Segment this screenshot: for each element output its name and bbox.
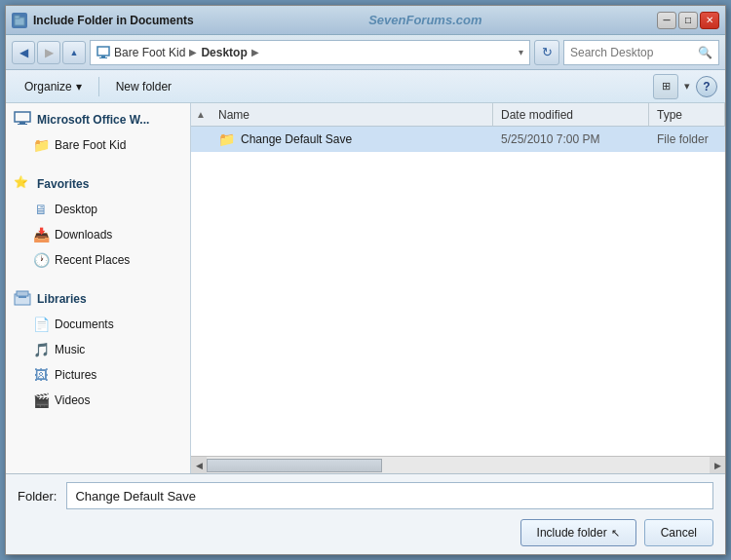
help-button[interactable]: ? bbox=[696, 76, 717, 97]
scroll-thumb[interactable] bbox=[207, 459, 382, 472]
back-button[interactable]: ◀ bbox=[12, 41, 35, 64]
file-folder-icon: 📁 bbox=[218, 131, 235, 147]
folder-label: Folder: bbox=[18, 489, 57, 504]
file-type-cell: File folder bbox=[649, 127, 725, 152]
svg-rect-9 bbox=[17, 291, 28, 296]
nav-buttons: ◀ ▶ ▲ bbox=[12, 41, 86, 64]
favorites-section: ⭐ Favorites 🖥 Desktop 📥 Downloads 🕐 Rece… bbox=[6, 168, 190, 277]
addressbar: ◀ ▶ ▲ Bare Foot Kid ▶ Desktop ▶ ▾ ↻ 🔍 bbox=[6, 35, 725, 70]
svg-rect-10 bbox=[19, 296, 26, 298]
dialog-title: Include Folder in Documents bbox=[33, 14, 194, 27]
nav-item-documents[interactable]: 📄 Documents bbox=[6, 312, 190, 337]
computer-label: Microsoft Office W... bbox=[37, 113, 149, 127]
search-box[interactable]: 🔍 bbox=[563, 40, 719, 65]
col-header-date[interactable]: Date modified bbox=[493, 103, 649, 126]
pictures-icon: 🖼 bbox=[33, 367, 49, 383]
main-area: Microsoft Office W... 📁 Bare Foot Kid ⭐ … bbox=[6, 103, 725, 473]
folder-row: Folder: bbox=[18, 482, 713, 509]
folder-icon: 📁 bbox=[33, 137, 49, 153]
address-part1: Bare Foot Kid bbox=[114, 46, 185, 59]
address-dropdown-arrow[interactable]: ▾ bbox=[519, 47, 523, 57]
column-headers: ▲ Name Date modified Type bbox=[191, 103, 725, 127]
recent-places-icon: 🕐 bbox=[33, 252, 49, 268]
address-box[interactable]: Bare Foot Kid ▶ Desktop ▶ ▾ bbox=[90, 40, 530, 65]
right-panel: ▲ Name Date modified Type 📁 Change Def bbox=[191, 103, 725, 473]
organize-button[interactable]: Organize ▾ bbox=[14, 74, 93, 99]
favorites-header[interactable]: ⭐ Favorites bbox=[6, 171, 190, 197]
documents-icon: 📄 bbox=[33, 317, 49, 332]
view-dropdown-arrow[interactable]: ▾ bbox=[684, 80, 690, 93]
computer-icon bbox=[96, 46, 110, 59]
libraries-icon bbox=[14, 290, 31, 308]
computer-section: Microsoft Office W... 📁 Bare Foot Kid bbox=[6, 103, 190, 162]
nav-item-desktop[interactable]: 🖥 Desktop bbox=[6, 197, 190, 222]
downloads-icon: 📥 bbox=[33, 227, 49, 243]
new-folder-button[interactable]: New folder bbox=[105, 74, 182, 99]
svg-rect-5 bbox=[15, 112, 30, 122]
file-list: 📁 Change Default Save 5/25/2010 7:00 PM … bbox=[191, 127, 725, 456]
table-row[interactable]: 📁 Change Default Save 5/25/2010 7:00 PM … bbox=[191, 127, 725, 152]
col-header-name[interactable]: Name bbox=[211, 103, 493, 126]
file-date-cell: 5/25/2010 7:00 PM bbox=[493, 127, 649, 152]
minimize-button[interactable]: ─ bbox=[657, 12, 676, 29]
libraries-header[interactable]: Libraries bbox=[6, 286, 190, 312]
include-folder-button[interactable]: Include folder ↖ bbox=[520, 519, 636, 546]
desktop-icon: 🖥 bbox=[33, 202, 49, 217]
computer-header[interactable]: Microsoft Office W... bbox=[6, 107, 190, 132]
action-row: Include folder ↖ Cancel bbox=[18, 519, 713, 546]
forward-button[interactable]: ▶ bbox=[37, 41, 60, 64]
toolbar: Organize ▾ New folder ⊞ ▾ ? bbox=[6, 70, 725, 103]
refresh-button[interactable]: ↻ bbox=[534, 40, 559, 65]
close-button[interactable]: ✕ bbox=[700, 12, 719, 29]
cursor-icon: ↖ bbox=[611, 527, 620, 540]
nav-item-pictures[interactable]: 🖼 Pictures bbox=[6, 362, 190, 388]
nav-item-downloads[interactable]: 📥 Downloads bbox=[6, 222, 190, 247]
search-input[interactable] bbox=[570, 46, 694, 59]
svg-rect-6 bbox=[19, 122, 25, 124]
up-button[interactable]: ▲ bbox=[62, 41, 86, 64]
address-part2: Desktop bbox=[201, 46, 247, 59]
file-name-cell: 📁 Change Default Save bbox=[211, 127, 493, 152]
toolbar-right: ⊞ ▾ ? bbox=[653, 74, 717, 99]
nav-item-barefoot[interactable]: 📁 Bare Foot Kid bbox=[6, 132, 190, 158]
svg-rect-1 bbox=[15, 16, 19, 19]
favorites-icon: ⭐ bbox=[14, 175, 31, 193]
col-header-type[interactable]: Type bbox=[649, 103, 725, 126]
left-panel: Microsoft Office W... 📁 Bare Foot Kid ⭐ … bbox=[6, 103, 191, 473]
sort-up-arrow[interactable]: ▲ bbox=[191, 109, 211, 120]
scroll-right-button[interactable]: ▶ bbox=[710, 457, 725, 474]
search-icon[interactable]: 🔍 bbox=[698, 46, 712, 59]
libraries-section: Libraries 📄 Documents 🎵 Music 🖼 Pictures… bbox=[6, 282, 190, 417]
titlebar-left: Include Folder in Documents bbox=[12, 13, 194, 28]
videos-icon: 🎬 bbox=[33, 392, 49, 408]
computer-icon bbox=[14, 111, 31, 129]
toolbar-separator bbox=[98, 77, 99, 96]
svg-rect-4 bbox=[99, 57, 107, 58]
scroll-left-button[interactable]: ◀ bbox=[191, 457, 207, 474]
svg-rect-3 bbox=[101, 56, 105, 57]
nav-item-music[interactable]: 🎵 Music bbox=[6, 337, 190, 362]
bottom-bar: Folder: Include folder ↖ Cancel bbox=[6, 473, 725, 554]
horizontal-scrollbar[interactable]: ◀ ▶ bbox=[191, 456, 725, 473]
dialog-window: Include Folder in Documents SevenForums.… bbox=[5, 5, 726, 555]
folder-input[interactable] bbox=[66, 482, 713, 509]
nav-item-recent[interactable]: 🕐 Recent Places bbox=[6, 247, 190, 273]
music-icon: 🎵 bbox=[33, 342, 49, 357]
scroll-track[interactable] bbox=[207, 457, 710, 473]
dialog-icon bbox=[12, 13, 27, 28]
svg-rect-7 bbox=[18, 124, 27, 125]
titlebar: Include Folder in Documents SevenForums.… bbox=[6, 6, 725, 35]
cancel-button[interactable]: Cancel bbox=[644, 519, 713, 546]
nav-item-videos[interactable]: 🎬 Videos bbox=[6, 388, 190, 413]
view-toggle-button[interactable]: ⊞ bbox=[653, 74, 678, 99]
watermark: SevenForums.com bbox=[368, 13, 481, 27]
svg-rect-2 bbox=[97, 47, 109, 56]
maximize-button[interactable]: □ bbox=[678, 12, 698, 29]
titlebar-buttons: ─ □ ✕ bbox=[657, 12, 719, 29]
